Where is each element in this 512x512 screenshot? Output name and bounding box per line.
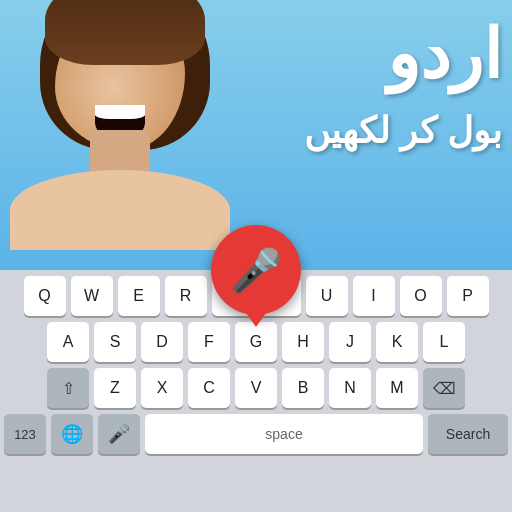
- key-p[interactable]: P: [447, 276, 489, 316]
- key-x[interactable]: X: [141, 368, 183, 408]
- key-j[interactable]: J: [329, 322, 371, 362]
- key-r[interactable]: R: [165, 276, 207, 316]
- key-a[interactable]: A: [47, 322, 89, 362]
- key-mic-small[interactable]: 🎤: [98, 414, 140, 454]
- key-b[interactable]: B: [282, 368, 324, 408]
- key-c[interactable]: C: [188, 368, 230, 408]
- mic-icon-large: 🎤: [230, 246, 282, 295]
- key-z[interactable]: Z: [94, 368, 136, 408]
- search-label: Search: [446, 426, 490, 442]
- key-row-3: ⇧ Z X C V B N M ⌫: [4, 368, 508, 408]
- key-e[interactable]: E: [118, 276, 160, 316]
- key-g[interactable]: G: [235, 322, 277, 362]
- key-s[interactable]: S: [94, 322, 136, 362]
- key-w[interactable]: W: [71, 276, 113, 316]
- key-row-2: A S D F G H J K L: [4, 322, 508, 362]
- key-l[interactable]: L: [423, 322, 465, 362]
- key-m[interactable]: M: [376, 368, 418, 408]
- key-n[interactable]: N: [329, 368, 371, 408]
- globe-icon: 🌐: [61, 423, 83, 445]
- key-globe[interactable]: 🌐: [51, 414, 93, 454]
- key-q[interactable]: Q: [24, 276, 66, 316]
- key-search[interactable]: Search: [428, 414, 508, 454]
- teeth: [95, 105, 145, 119]
- urdu-title: اردو: [387, 20, 502, 88]
- mic-small-icon: 🎤: [108, 423, 130, 445]
- key-v[interactable]: V: [235, 368, 277, 408]
- keyboard: 🎤 Q W E R T Y U I O P A S D F G H J K L: [0, 270, 512, 512]
- key-shift[interactable]: ⇧: [47, 368, 89, 408]
- key-u[interactable]: U: [306, 276, 348, 316]
- key-f[interactable]: F: [188, 322, 230, 362]
- key-k[interactable]: K: [376, 322, 418, 362]
- shoulders: [10, 170, 230, 250]
- key-numbers[interactable]: 123: [4, 414, 46, 454]
- hair-front: [45, 0, 205, 65]
- key-space[interactable]: space: [145, 414, 423, 454]
- space-label: space: [265, 426, 302, 442]
- key-o[interactable]: O: [400, 276, 442, 316]
- key-h[interactable]: H: [282, 322, 324, 362]
- mic-button-large[interactable]: 🎤: [211, 225, 301, 315]
- key-d[interactable]: D: [141, 322, 183, 362]
- urdu-subtitle: بول کر لکھیں: [304, 110, 502, 152]
- shift-icon: ⇧: [62, 379, 75, 398]
- delete-icon: ⌫: [433, 379, 456, 398]
- key-i[interactable]: I: [353, 276, 395, 316]
- bottom-row: 123 🌐 🎤 space Search: [0, 414, 512, 454]
- key-delete[interactable]: ⌫: [423, 368, 465, 408]
